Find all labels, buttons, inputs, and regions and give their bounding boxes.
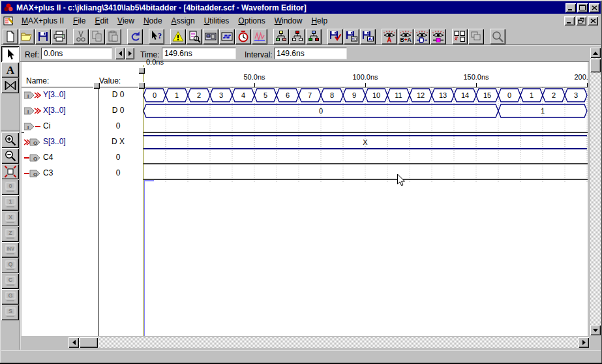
svg-text:S: S — [8, 308, 12, 314]
scroll-down-button[interactable] — [590, 325, 601, 335]
waveform-start-handle[interactable] — [138, 82, 145, 89]
menu-item-assign[interactable]: Assign — [167, 14, 200, 27]
new-file-button[interactable] — [3, 29, 18, 44]
analyze-gate-button[interactable] — [414, 29, 430, 44]
horizontal-scrollbar[interactable] — [68, 337, 589, 348]
ref-prev-button[interactable] — [115, 48, 125, 59]
context-help-button[interactable]: ? — [149, 29, 164, 44]
zoom-out-tool[interactable] — [1, 148, 19, 164]
cursor-handle[interactable] — [138, 67, 145, 74]
print-button[interactable] — [52, 29, 67, 44]
signal-name[interactable]: C3 — [43, 168, 53, 177]
signal-value: 0 — [98, 153, 138, 162]
analyze-node-button[interactable] — [430, 29, 446, 44]
selection-tool[interactable] — [1, 46, 19, 62]
minimize-button[interactable] — [565, 3, 576, 12]
copy-icon — [91, 30, 104, 43]
menu-item-view[interactable]: View — [113, 14, 139, 27]
copy-button — [89, 29, 105, 44]
vertical-scrollbar[interactable] — [590, 48, 601, 335]
save-compile-button[interactable] — [344, 29, 359, 44]
cascade-windows-button — [468, 29, 484, 44]
set-low-tool: 0 — [1, 179, 19, 195]
waveform-traces[interactable]: 0123456789101112131415012301X — [143, 87, 588, 248]
signal-value: D 0 — [98, 106, 138, 115]
context-help-icon: ? — [150, 30, 163, 43]
toolbar-group — [273, 29, 322, 44]
scroll-left-button[interactable] — [68, 337, 79, 348]
waveform-edit-tool[interactable] — [1, 78, 19, 93]
waveform-editor-canvas[interactable]: Name: Value: IY[3..0]D 0IX[3..0]D 0ICi0O… — [22, 62, 588, 336]
signal-name[interactable]: Y[3..0] — [43, 90, 66, 99]
close-button[interactable] — [589, 3, 599, 12]
svg-text:INV: INV — [7, 247, 14, 251]
signal-value: D X — [98, 137, 138, 146]
menu-item-options[interactable]: Options — [233, 14, 269, 27]
ref-input[interactable] — [41, 48, 112, 59]
zoom-in-tool[interactable] — [1, 132, 19, 148]
toolbar-group — [170, 29, 268, 44]
scroll-right-button[interactable] — [579, 337, 589, 348]
bus-value-label: 0 — [153, 91, 157, 99]
menu-item-file[interactable]: File — [68, 14, 90, 27]
paste-icon — [107, 30, 120, 43]
bus-value-label: 0 — [319, 107, 323, 115]
column-divider-handle[interactable] — [93, 82, 100, 89]
maximize-button[interactable] — [577, 3, 588, 12]
open-file-button[interactable] — [19, 29, 35, 44]
ref-next-button[interactable] — [125, 48, 134, 59]
save-simulate-button[interactable] — [360, 29, 376, 44]
value-column-header: Value: — [99, 76, 121, 85]
left-arrow-icon — [116, 51, 122, 56]
save-simulate-icon — [361, 30, 374, 43]
signal-value: D 0 — [98, 90, 138, 99]
signal-name[interactable]: Ci — [43, 121, 50, 130]
vertical-scrollbar-thumb[interactable] — [590, 59, 601, 72]
fit-in-window-tool[interactable] — [1, 164, 19, 179]
simulator-button[interactable] — [219, 29, 235, 44]
analyze-a-button[interactable]: A — [382, 29, 397, 44]
group-separator-notch — [22, 132, 24, 133]
signal-name[interactable]: C4 — [43, 153, 53, 162]
analyze-b-to-a-button[interactable]: B+A — [398, 29, 414, 44]
text-tool[interactable]: A — [1, 62, 19, 78]
project-siblings-button[interactable] — [306, 29, 322, 44]
mdi-close-button[interactable] — [588, 16, 598, 25]
bus-value-label: 2 — [197, 91, 201, 99]
menu-item-node[interactable]: Node — [139, 14, 167, 27]
tile-windows-button[interactable] — [452, 29, 468, 44]
bus-value-label: 7 — [308, 91, 312, 99]
hierarchy-display-button[interactable] — [187, 29, 202, 44]
toolbar-group — [327, 29, 376, 44]
window-title: MAX+plus II - c:\jkliang\3410\lab5\4bita… — [16, 3, 307, 12]
menu-item-help[interactable]: Help — [307, 14, 332, 27]
signal-value: 0 — [98, 121, 138, 130]
document-icon[interactable] — [3, 16, 14, 26]
title-bar[interactable]: MAX+plus II - c:\jkliang\3410\lab5\4bita… — [1, 1, 601, 14]
menu-item-max-plus-ii[interactable]: MAX+plus II — [17, 14, 68, 27]
compiler-button[interactable] — [203, 29, 218, 44]
message-processor-icon — [172, 30, 185, 43]
zoom-icon — [491, 30, 504, 43]
project-hierarchy-button[interactable] — [273, 29, 289, 44]
save-check-button[interactable] — [327, 29, 343, 44]
reference-cursor-line[interactable] — [143, 65, 143, 336]
scroll-up-button[interactable] — [590, 48, 601, 58]
time-input[interactable] — [162, 48, 236, 59]
undo-button[interactable] — [127, 29, 143, 44]
programmer-button[interactable] — [252, 29, 267, 44]
interval-input[interactable] — [274, 48, 347, 59]
mdi-minimize-button[interactable] — [564, 16, 575, 25]
signal-name[interactable]: S[3..0] — [43, 137, 66, 146]
menu-item-edit[interactable]: Edit — [90, 14, 113, 27]
menu-item-window[interactable]: Window — [270, 14, 307, 27]
menu-item-utilities[interactable]: Utilities — [200, 14, 234, 27]
message-processor-button[interactable] — [170, 29, 186, 44]
horizontal-scrollbar-thumb[interactable] — [80, 337, 98, 348]
signal-name[interactable]: X[3..0] — [43, 106, 66, 115]
project-set-button[interactable] — [290, 29, 305, 44]
save-file-icon — [37, 30, 50, 43]
save-file-button[interactable] — [35, 29, 51, 44]
timing-analyzer-button[interactable] — [235, 29, 251, 44]
mdi-restore-button[interactable] — [576, 16, 586, 25]
